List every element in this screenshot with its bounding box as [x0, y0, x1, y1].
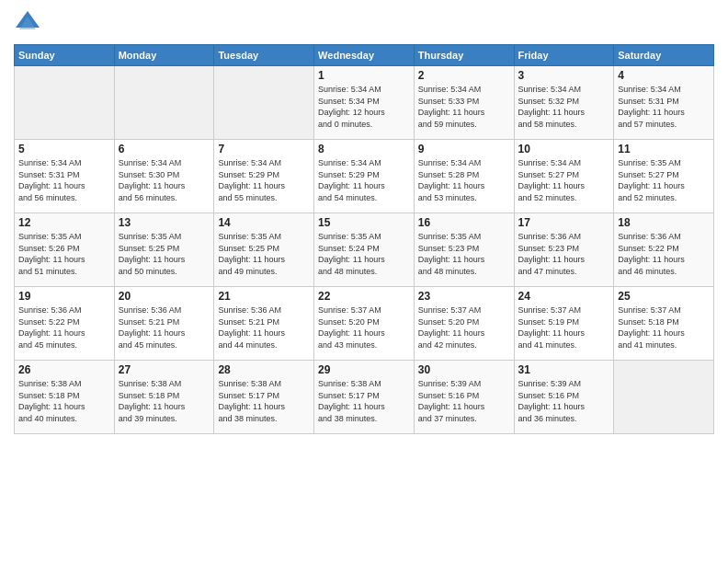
- calendar-cell: 13Sunrise: 5:35 AM Sunset: 5:25 PM Dayli…: [114, 213, 214, 287]
- day-info: Sunrise: 5:35 AM Sunset: 5:24 PM Dayligh…: [318, 231, 410, 277]
- day-number: 6: [119, 143, 210, 155]
- day-info: Sunrise: 5:36 AM Sunset: 5:21 PM Dayligh…: [218, 304, 310, 350]
- day-number: 30: [418, 363, 510, 376]
- day-info: Sunrise: 5:36 AM Sunset: 5:22 PM Dayligh…: [618, 231, 710, 277]
- day-number: 14: [218, 216, 310, 229]
- day-number: 7: [218, 143, 310, 155]
- day-info: Sunrise: 5:34 AM Sunset: 5:33 PM Dayligh…: [418, 84, 510, 130]
- day-info: Sunrise: 5:34 AM Sunset: 5:28 PM Dayligh…: [418, 157, 510, 203]
- day-info: Sunrise: 5:37 AM Sunset: 5:18 PM Dayligh…: [618, 304, 710, 350]
- calendar-cell: [15, 66, 115, 140]
- day-info: Sunrise: 5:35 AM Sunset: 5:25 PM Dayligh…: [218, 231, 310, 277]
- day-number: 16: [418, 216, 510, 229]
- calendar-body: 1Sunrise: 5:34 AM Sunset: 5:34 PM Daylig…: [15, 66, 714, 434]
- calendar-cell: 20Sunrise: 5:36 AM Sunset: 5:21 PM Dayli…: [114, 287, 214, 361]
- day-number: 21: [218, 290, 310, 303]
- day-number: 28: [218, 363, 310, 376]
- day-info: Sunrise: 5:34 AM Sunset: 5:27 PM Dayligh…: [518, 157, 610, 203]
- day-number: 24: [518, 290, 610, 303]
- weekday-header-monday: Monday: [114, 45, 214, 66]
- day-info: Sunrise: 5:38 AM Sunset: 5:18 PM Dayligh…: [18, 378, 110, 424]
- day-number: 19: [18, 290, 110, 303]
- day-info: Sunrise: 5:34 AM Sunset: 5:31 PM Dayligh…: [618, 84, 710, 130]
- calendar-cell: [114, 66, 214, 140]
- day-number: 31: [518, 363, 610, 376]
- day-number: 12: [18, 216, 110, 229]
- calendar-cell: 1Sunrise: 5:34 AM Sunset: 5:34 PM Daylig…: [314, 66, 415, 140]
- day-info: Sunrise: 5:37 AM Sunset: 5:20 PM Dayligh…: [418, 304, 510, 350]
- calendar-cell: 14Sunrise: 5:35 AM Sunset: 5:25 PM Dayli…: [214, 213, 314, 287]
- day-number: 4: [618, 69, 710, 82]
- day-info: Sunrise: 5:38 AM Sunset: 5:17 PM Dayligh…: [318, 378, 410, 424]
- day-number: 25: [618, 290, 710, 303]
- day-number: 5: [18, 143, 110, 155]
- day-info: Sunrise: 5:34 AM Sunset: 5:30 PM Dayligh…: [119, 157, 210, 203]
- calendar-cell: [214, 66, 314, 140]
- day-info: Sunrise: 5:39 AM Sunset: 5:16 PM Dayligh…: [518, 378, 610, 424]
- calendar-header: SundayMondayTuesdayWednesdayThursdayFrid…: [15, 45, 714, 66]
- calendar-cell: 25Sunrise: 5:37 AM Sunset: 5:18 PM Dayli…: [614, 287, 714, 361]
- day-number: 18: [618, 216, 710, 229]
- day-info: Sunrise: 5:38 AM Sunset: 5:18 PM Dayligh…: [119, 378, 210, 424]
- calendar-cell: 2Sunrise: 5:34 AM Sunset: 5:33 PM Daylig…: [414, 66, 514, 140]
- calendar-cell: 24Sunrise: 5:37 AM Sunset: 5:19 PM Dayli…: [514, 287, 614, 361]
- calendar-cell: 28Sunrise: 5:38 AM Sunset: 5:17 PM Dayli…: [214, 361, 314, 434]
- calendar-table: SundayMondayTuesdayWednesdayThursdayFrid…: [14, 44, 714, 434]
- weekday-header-saturday: Saturday: [614, 45, 714, 66]
- day-number: 13: [119, 216, 210, 229]
- calendar-week-3: 12Sunrise: 5:35 AM Sunset: 5:26 PM Dayli…: [15, 213, 714, 287]
- day-number: 3: [518, 69, 610, 82]
- calendar-cell: 10Sunrise: 5:34 AM Sunset: 5:27 PM Dayli…: [514, 140, 614, 213]
- day-number: 8: [318, 143, 410, 155]
- calendar-cell: 5Sunrise: 5:34 AM Sunset: 5:31 PM Daylig…: [15, 140, 115, 213]
- day-info: Sunrise: 5:36 AM Sunset: 5:21 PM Dayligh…: [119, 304, 210, 350]
- day-number: 2: [418, 69, 510, 82]
- day-number: 23: [418, 290, 510, 303]
- day-info: Sunrise: 5:34 AM Sunset: 5:29 PM Dayligh…: [218, 157, 310, 203]
- calendar-cell: 17Sunrise: 5:36 AM Sunset: 5:23 PM Dayli…: [514, 213, 614, 287]
- calendar-cell: 30Sunrise: 5:39 AM Sunset: 5:16 PM Dayli…: [414, 361, 514, 434]
- day-number: 17: [518, 216, 610, 229]
- day-number: 15: [318, 216, 410, 229]
- calendar-cell: 9Sunrise: 5:34 AM Sunset: 5:28 PM Daylig…: [414, 140, 514, 213]
- day-info: Sunrise: 5:39 AM Sunset: 5:16 PM Dayligh…: [418, 378, 510, 424]
- day-info: Sunrise: 5:34 AM Sunset: 5:31 PM Dayligh…: [18, 157, 110, 203]
- day-number: 29: [318, 363, 410, 376]
- day-number: 27: [119, 363, 210, 376]
- calendar-cell: 3Sunrise: 5:34 AM Sunset: 5:32 PM Daylig…: [514, 66, 614, 140]
- weekday-header-friday: Friday: [514, 45, 614, 66]
- day-info: Sunrise: 5:37 AM Sunset: 5:20 PM Dayligh…: [318, 304, 410, 350]
- calendar-week-5: 26Sunrise: 5:38 AM Sunset: 5:18 PM Dayli…: [15, 361, 714, 434]
- calendar-cell: 12Sunrise: 5:35 AM Sunset: 5:26 PM Dayli…: [15, 213, 115, 287]
- calendar-cell: 29Sunrise: 5:38 AM Sunset: 5:17 PM Dayli…: [314, 361, 415, 434]
- day-info: Sunrise: 5:34 AM Sunset: 5:32 PM Dayligh…: [518, 84, 610, 130]
- calendar-week-4: 19Sunrise: 5:36 AM Sunset: 5:22 PM Dayli…: [15, 287, 714, 361]
- day-number: 9: [418, 143, 510, 155]
- day-info: Sunrise: 5:36 AM Sunset: 5:23 PM Dayligh…: [518, 231, 610, 277]
- weekday-header-wednesday: Wednesday: [314, 45, 415, 66]
- calendar-cell: 11Sunrise: 5:35 AM Sunset: 5:27 PM Dayli…: [614, 140, 714, 213]
- day-info: Sunrise: 5:38 AM Sunset: 5:17 PM Dayligh…: [218, 378, 310, 424]
- day-info: Sunrise: 5:36 AM Sunset: 5:22 PM Dayligh…: [18, 304, 110, 350]
- day-info: Sunrise: 5:35 AM Sunset: 5:25 PM Dayligh…: [119, 231, 210, 277]
- calendar-week-2: 5Sunrise: 5:34 AM Sunset: 5:31 PM Daylig…: [15, 140, 714, 213]
- logo: [14, 9, 43, 37]
- calendar-cell: 19Sunrise: 5:36 AM Sunset: 5:22 PM Dayli…: [15, 287, 115, 361]
- weekday-header-tuesday: Tuesday: [214, 45, 314, 66]
- day-number: 1: [318, 69, 410, 82]
- day-info: Sunrise: 5:37 AM Sunset: 5:19 PM Dayligh…: [518, 304, 610, 350]
- day-info: Sunrise: 5:35 AM Sunset: 5:27 PM Dayligh…: [618, 157, 710, 203]
- calendar-cell: 8Sunrise: 5:34 AM Sunset: 5:29 PM Daylig…: [314, 140, 415, 213]
- calendar-cell: 26Sunrise: 5:38 AM Sunset: 5:18 PM Dayli…: [15, 361, 115, 434]
- weekday-header-row: SundayMondayTuesdayWednesdayThursdayFrid…: [15, 45, 714, 66]
- weekday-header-thursday: Thursday: [414, 45, 514, 66]
- day-info: Sunrise: 5:35 AM Sunset: 5:23 PM Dayligh…: [418, 231, 510, 277]
- calendar-cell: 31Sunrise: 5:39 AM Sunset: 5:16 PM Dayli…: [514, 361, 614, 434]
- day-info: Sunrise: 5:34 AM Sunset: 5:34 PM Dayligh…: [318, 84, 410, 130]
- logo-icon: [14, 9, 41, 37]
- day-number: 11: [618, 143, 710, 155]
- day-info: Sunrise: 5:35 AM Sunset: 5:26 PM Dayligh…: [18, 231, 110, 277]
- calendar-cell: 27Sunrise: 5:38 AM Sunset: 5:18 PM Dayli…: [114, 361, 214, 434]
- calendar-cell: 6Sunrise: 5:34 AM Sunset: 5:30 PM Daylig…: [114, 140, 214, 213]
- calendar-cell: 4Sunrise: 5:34 AM Sunset: 5:31 PM Daylig…: [614, 66, 714, 140]
